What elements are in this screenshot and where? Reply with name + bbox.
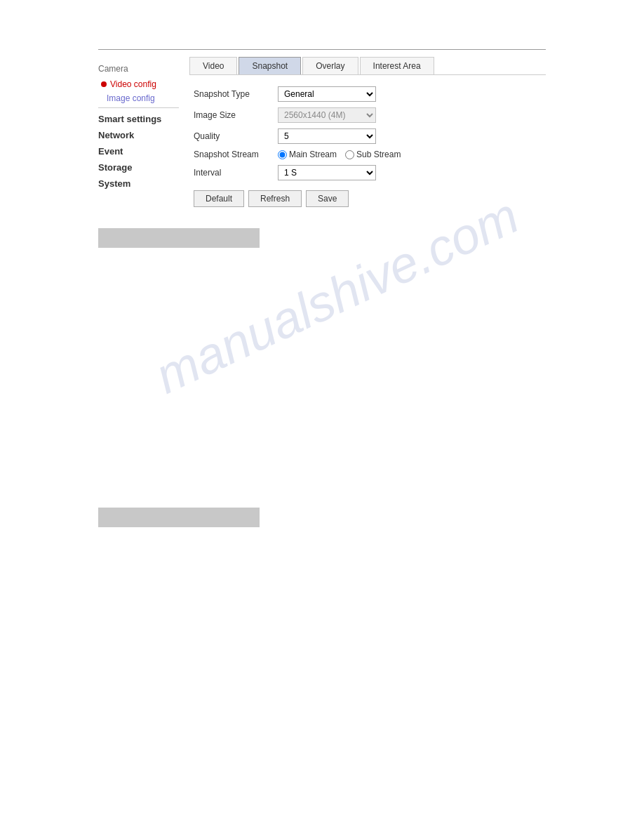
sidebar-item-smart-settings[interactable]: Smart settings <box>98 111 179 127</box>
save-button[interactable]: Save <box>306 190 349 207</box>
snapshot-type-label: Snapshot Type <box>189 84 274 105</box>
buttons-row: Default Refresh Save <box>189 190 546 207</box>
tab-interest-area[interactable]: Interest Area <box>360 57 434 74</box>
content-area: Video Snapshot Overlay Interest Area Sna… <box>179 57 546 207</box>
watermark: manualshive.com <box>147 186 527 404</box>
tabs-row: Video Snapshot Overlay Interest Area <box>189 57 546 75</box>
sidebar: Camera Video config Image config Smart s… <box>98 57 179 207</box>
radio-sub-stream[interactable]: Sub Stream <box>345 150 401 159</box>
image-size-label: Image Size <box>189 105 274 126</box>
radio-main-stream-input[interactable] <box>278 150 287 159</box>
form-row-interval: Interval 1 S 2 S 3 S 5 S 10 S <box>189 162 546 183</box>
sidebar-image-config-label: Image config <box>107 93 155 103</box>
default-button[interactable]: Default <box>194 190 244 207</box>
sidebar-item-event[interactable]: Event <box>98 143 179 159</box>
snapshot-form: Snapshot Type General Trigger Image Size… <box>189 84 546 183</box>
sidebar-item-system[interactable]: System <box>98 176 179 192</box>
quality-label: Quality <box>189 126 274 147</box>
refresh-button[interactable]: Refresh <box>248 190 302 207</box>
sidebar-item-storage[interactable]: Storage <box>98 159 179 176</box>
interval-label: Interval <box>189 162 274 183</box>
top-separator <box>98 49 546 50</box>
radio-sub-stream-label: Sub Stream <box>356 150 401 159</box>
gray-block-1 <box>98 228 260 248</box>
radio-main-stream-label: Main Stream <box>289 150 337 159</box>
form-row-image-size: Image Size 2560x1440 (4M) <box>189 105 546 126</box>
sidebar-section-title: Camera <box>98 64 179 74</box>
sidebar-item-image-config[interactable]: Image config <box>98 92 179 105</box>
radio-sub-stream-input[interactable] <box>345 150 354 159</box>
sidebar-divider <box>98 107 179 108</box>
form-row-snapshot-stream: Snapshot Stream Main Stream Sub Stream <box>189 147 546 162</box>
snapshot-stream-label: Snapshot Stream <box>189 147 274 162</box>
interval-select[interactable]: 1 S 2 S 3 S 5 S 10 S <box>278 165 376 180</box>
form-row-snapshot-type: Snapshot Type General Trigger <box>189 84 546 105</box>
sidebar-video-config-label: Video config <box>110 79 156 89</box>
snapshot-type-select[interactable]: General Trigger <box>278 86 376 102</box>
sidebar-item-network[interactable]: Network <box>98 127 179 143</box>
main-container: Camera Video config Image config Smart s… <box>98 57 546 207</box>
snapshot-stream-radio-group: Main Stream Sub Stream <box>278 150 542 159</box>
tab-video[interactable]: Video <box>189 57 237 74</box>
image-size-select: 2560x1440 (4M) <box>278 107 376 123</box>
sidebar-item-video-config[interactable]: Video config <box>98 78 179 91</box>
radio-main-stream[interactable]: Main Stream <box>278 150 337 159</box>
form-row-quality: Quality 1234 5 678910 <box>189 126 546 147</box>
quality-select[interactable]: 1234 5 678910 <box>278 128 376 144</box>
gray-block-2 <box>98 508 260 527</box>
tab-snapshot[interactable]: Snapshot <box>239 57 301 74</box>
active-dot-icon <box>101 81 107 87</box>
tab-overlay[interactable]: Overlay <box>302 57 358 74</box>
